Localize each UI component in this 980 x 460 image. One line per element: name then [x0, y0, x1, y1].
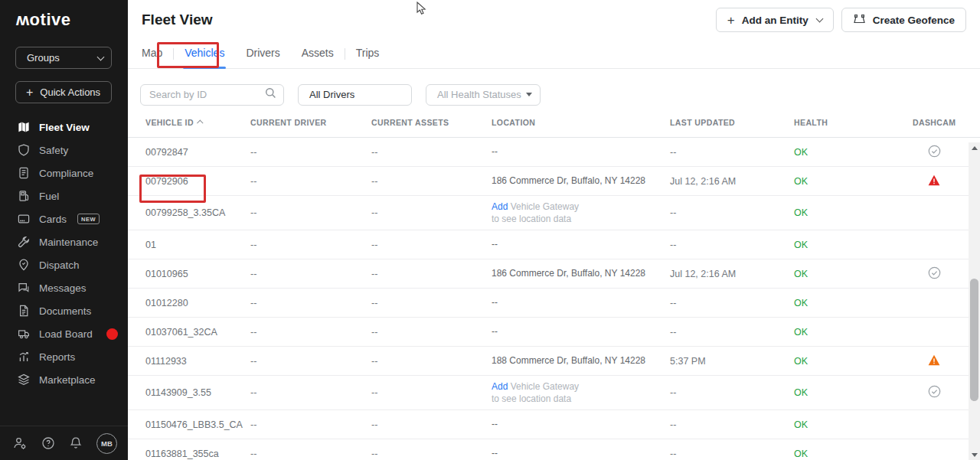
sidebar-item-documents[interactable]: Documents	[0, 299, 128, 322]
cell-health-status: OK	[794, 147, 913, 158]
groups-dropdown[interactable]: Groups	[15, 47, 112, 69]
sidebar-item-label: Marketplace	[39, 374, 96, 386]
manage-users-icon[interactable]	[12, 436, 28, 451]
sidebar: ʍotive Groups + Quick Actions Fleet View…	[0, 0, 128, 460]
table-row-01143909_3.55[interactable]: 01143909_3.55----Add Vehicle Gatewayto s…	[128, 376, 980, 410]
cell-health-status: OK	[794, 356, 913, 367]
search-by-id-box	[140, 84, 284, 106]
cell-last-updated: --	[670, 449, 794, 459]
table-row-01163881_355ca[interactable]: 01163881_355ca--------OK	[128, 439, 980, 460]
cell-current-assets: --	[371, 269, 492, 279]
sidebar-item-messages[interactable]: Messages	[0, 276, 128, 299]
cell-health-status: OK	[794, 419, 913, 430]
map-icon	[17, 121, 30, 134]
tab-map[interactable]: Map	[142, 40, 162, 68]
sidebar-item-maintenance[interactable]: Maintenance	[0, 230, 128, 253]
column-header-label: Current Assets	[371, 118, 449, 127]
column-header-current-driver[interactable]: Current Driver	[250, 118, 371, 127]
add-entity-label: Add an Entity	[742, 15, 808, 26]
column-header-location[interactable]: Location	[492, 118, 670, 127]
column-header-label: Dashcam	[913, 118, 956, 127]
sidebar-item-cards[interactable]: CardsNEW	[0, 207, 128, 230]
scroll-down-arrow[interactable]	[969, 449, 980, 460]
cell-vehicle-id: 01112933	[145, 356, 250, 367]
cell-vehicle-id: 01163881_355ca	[145, 449, 250, 459]
sidebar-item-compliance[interactable]: Compliance	[0, 161, 128, 184]
dashcam-ok-icon[interactable]	[928, 385, 941, 400]
dashcam-alert-red-icon[interactable]	[928, 175, 940, 188]
table-row-01012280[interactable]: 01012280--------OK	[128, 289, 980, 318]
dashcam-alert-orange-icon[interactable]	[928, 354, 940, 368]
tab-vehicles[interactable]: Vehicles	[185, 40, 224, 68]
tab-drivers[interactable]: Drivers	[246, 40, 279, 68]
filters-row: All Drivers All Health Statuses	[128, 69, 980, 107]
plus-icon: +	[727, 14, 735, 27]
cell-vehicle-id: 00792847	[145, 147, 250, 158]
create-geofence-button[interactable]: Create Geofence	[841, 8, 966, 32]
user-avatar[interactable]: MB	[96, 433, 117, 454]
sidebar-item-label: Maintenance	[39, 237, 98, 248]
tab-assets[interactable]: Assets	[302, 40, 334, 68]
cell-location: --	[492, 325, 670, 338]
scrollbar-thumb[interactable]	[970, 279, 978, 401]
tab-separator	[173, 48, 174, 60]
column-header-dashcam[interactable]: Dashcam	[913, 118, 980, 127]
sidebar-item-load-board[interactable]: Load Board	[0, 322, 128, 345]
table-row-01037061_32CA[interactable]: 01037061_32CA--------OK	[128, 318, 980, 347]
sidebar-item-fleet-view[interactable]: Fleet View	[0, 116, 128, 139]
add-vehicle-gateway-link[interactable]: Add	[492, 381, 508, 392]
page-header: Fleet View + Add an Entity Create Geofen…	[128, 0, 980, 40]
geofence-icon	[853, 14, 866, 27]
cell-current-driver: --	[250, 387, 371, 398]
tab-trips[interactable]: Trips	[356, 40, 380, 68]
sidebar-item-safety[interactable]: Safety	[0, 139, 128, 161]
table-row-01150476_LBB3.5_CA[interactable]: 01150476_LBB3.5_CA--------OK	[128, 410, 980, 439]
cell-current-driver: --	[250, 240, 371, 250]
table-row-01010965[interactable]: 01010965----186 Commerce Dr, Buffalo, NY…	[128, 259, 980, 289]
sidebar-item-label: Dispatch	[39, 259, 80, 271]
sidebar-item-dispatch[interactable]: Dispatch	[0, 253, 128, 276]
sidebar-item-reports[interactable]: Reports	[0, 345, 128, 368]
drivers-filter-select[interactable]: All Drivers	[298, 84, 412, 106]
table-row-01112933[interactable]: 01112933----188 Commerce Dr, Buffalo, NY…	[128, 347, 980, 376]
create-geofence-label: Create Geofence	[873, 15, 955, 26]
scroll-up-arrow[interactable]	[969, 142, 980, 153]
search-input[interactable]	[149, 89, 260, 100]
table-row-00792847[interactable]: 00792847--------OK	[128, 138, 980, 167]
table-row-01[interactable]: 01--------OK	[128, 230, 980, 259]
column-header-last-updated[interactable]: Last Updated	[670, 118, 794, 127]
notifications-bell-icon[interactable]	[68, 436, 83, 451]
vertical-scrollbar[interactable]	[969, 142, 980, 460]
dashcam-ok-icon[interactable]	[928, 266, 941, 282]
search-icon	[265, 87, 276, 102]
sidebar-item-label: Documents	[39, 305, 91, 317]
column-header-health[interactable]: Health	[794, 118, 913, 127]
table-header-row: Vehicle IDCurrent DriverCurrent AssetsLo…	[128, 107, 980, 138]
cell-vehicle-id: 01012280	[145, 298, 250, 308]
cell-location: --	[492, 296, 670, 308]
health-status-filter-select[interactable]: All Health Statuses	[426, 84, 541, 106]
sidebar-item-fuel[interactable]: Fuel	[0, 184, 128, 207]
truck-icon	[17, 328, 30, 341]
cell-current-driver: --	[250, 298, 371, 308]
column-header-current-assets[interactable]: Current Assets	[371, 118, 492, 127]
add-vehicle-gateway-link[interactable]: Add	[492, 201, 508, 212]
table-row-00799258_3.35CA[interactable]: 00799258_3.35CA----Add Vehicle Gatewayto…	[128, 196, 980, 230]
gateway-subtext: to see location data	[492, 213, 662, 225]
sidebar-item-marketplace[interactable]: Marketplace	[0, 368, 128, 391]
sidebar-footer: MB	[0, 426, 128, 460]
sidebar-item-label: Compliance	[39, 168, 93, 179]
chevron-down-icon	[97, 53, 105, 60]
fuel-pump-icon	[17, 190, 30, 203]
column-header-label: Last Updated	[670, 118, 735, 127]
document-icon	[17, 305, 30, 318]
add-entity-button[interactable]: + Add an Entity	[716, 8, 834, 32]
cell-current-driver: --	[250, 269, 371, 279]
sidebar-item-label: Reports	[39, 351, 75, 363]
sort-ascending-icon	[197, 119, 203, 126]
table-row-00792906[interactable]: 00792906----186 Commerce Dr, Buffalo, NY…	[128, 167, 980, 196]
column-header-vehicle-id[interactable]: Vehicle ID	[145, 118, 250, 127]
quick-actions-button[interactable]: + Quick Actions	[15, 81, 112, 103]
dashcam-ok-icon[interactable]	[928, 145, 941, 160]
help-icon[interactable]	[41, 436, 56, 451]
